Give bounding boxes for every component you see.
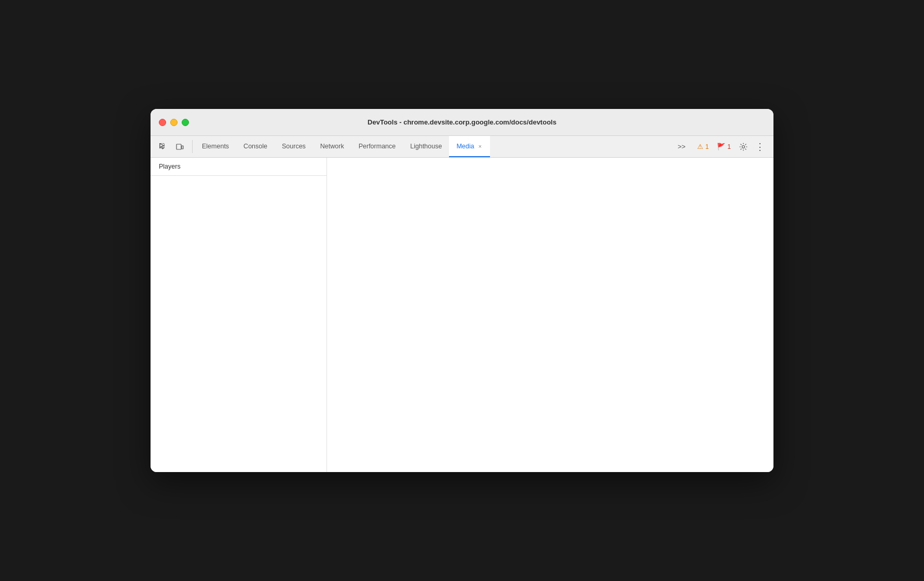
tab-overflow-button[interactable]: >> (673, 136, 689, 157)
close-button[interactable] (159, 119, 166, 126)
warning-icon: ⚠ (697, 143, 703, 150)
tab-media[interactable]: Media × (449, 136, 490, 157)
tab-console[interactable]: Console (236, 136, 275, 157)
traffic-lights (159, 119, 189, 126)
error-count: 1 (727, 143, 731, 150)
window-title: DevTools - chrome.devsite.corp.google.co… (368, 118, 556, 126)
tab-bar-right: ⚠ 1 🚩 1 ⋮ (690, 136, 771, 157)
tab-bar: Elements Console Sources Network Perform… (151, 136, 773, 158)
title-bar: DevTools - chrome.devsite.corp.google.co… (151, 109, 773, 136)
more-button[interactable]: ⋮ (753, 140, 767, 154)
maximize-button[interactable] (182, 119, 189, 126)
error-badge[interactable]: 🚩 1 (714, 141, 734, 152)
devtools-window: DevTools - chrome.devsite.corp.google.co… (151, 109, 773, 472)
settings-button[interactable] (736, 140, 751, 154)
players-header: Players (151, 158, 327, 176)
devtools-icons (153, 136, 190, 157)
main-panel (327, 158, 773, 472)
tabs-container: Elements Console Sources Network Perform… (195, 136, 673, 157)
device-toolbar-icon[interactable] (172, 140, 187, 154)
tab-elements[interactable]: Elements (195, 136, 236, 157)
warning-badge[interactable]: ⚠ 1 (694, 141, 712, 152)
tab-network[interactable]: Network (313, 136, 351, 157)
tab-performance[interactable]: Performance (351, 136, 403, 157)
tab-divider-1 (192, 140, 193, 153)
tab-media-close[interactable]: × (477, 143, 482, 150)
svg-rect-2 (182, 146, 183, 149)
svg-rect-1 (176, 144, 181, 149)
warning-count: 1 (705, 143, 709, 150)
tab-sources[interactable]: Sources (275, 136, 313, 157)
error-icon: 🚩 (717, 143, 725, 150)
content-area: Players (151, 158, 773, 472)
sidebar: Players (151, 158, 327, 472)
tab-lighthouse[interactable]: Lighthouse (403, 136, 449, 157)
inspector-icon[interactable] (156, 140, 170, 154)
minimize-button[interactable] (170, 119, 178, 126)
